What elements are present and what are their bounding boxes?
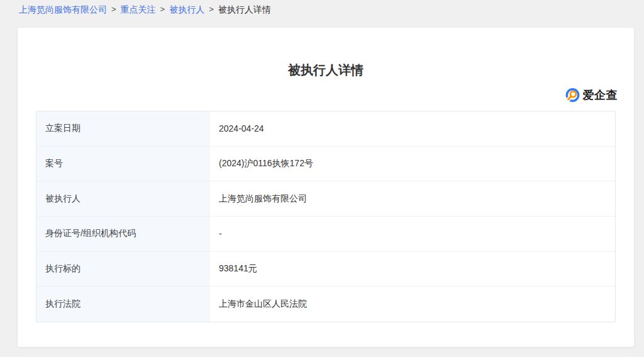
aiqicha-logo-text: 爱企查 <box>583 88 618 103</box>
table-row-execution-target: 执行标的 938141元 <box>36 252 615 287</box>
executee-detail-table: 立案日期 2024-04-24 案号 (2024)沪0116执恢172号 被执行… <box>36 111 616 322</box>
row-label: 执行法院 <box>36 286 209 322</box>
row-label: 执行标的 <box>36 252 209 286</box>
row-value: - <box>209 217 615 251</box>
row-label: 身份证号/组织机构代码 <box>36 217 209 251</box>
row-label: 被执行人 <box>36 181 209 216</box>
row-value: 上海市金山区人民法院 <box>209 286 615 322</box>
row-value: 2024-04-24 <box>209 111 615 146</box>
executee-detail-card: 被执行人详情 爱企查 立案日期 2024-04-24 案号 (2024)沪011… <box>18 28 634 347</box>
breadcrumb-company-link[interactable]: 上海笕尚服饰有限公司 <box>19 4 107 15</box>
table-row-executee-name: 被执行人 上海笕尚服饰有限公司 <box>36 181 615 217</box>
breadcrumb-key-focus-link[interactable]: 重点关注 <box>121 4 156 15</box>
breadcrumb-separator: > <box>209 4 214 15</box>
breadcrumb: 上海笕尚服饰有限公司 > 重点关注 > 被执行人 > 被执行人详情 <box>19 4 271 15</box>
breadcrumb-separator: > <box>160 4 165 15</box>
row-value: 938141元 <box>209 252 615 286</box>
table-row-id-org-code: 身份证号/组织机构代码 - <box>36 217 615 252</box>
table-row-filing-date: 立案日期 2024-04-24 <box>36 111 615 147</box>
row-label: 案号 <box>36 147 209 181</box>
aiqicha-logo: 爱企查 <box>565 88 618 103</box>
breadcrumb-current-page: 被执行人详情 <box>218 4 271 15</box>
row-label: 立案日期 <box>36 111 209 146</box>
page-title: 被执行人详情 <box>18 62 634 78</box>
table-row-case-number: 案号 (2024)沪0116执恢172号 <box>36 147 615 182</box>
aiqicha-magnifier-icon <box>565 88 580 103</box>
logo-row: 爱企查 <box>18 87 618 103</box>
row-value: 上海笕尚服饰有限公司 <box>209 181 615 216</box>
breadcrumb-executee-link[interactable]: 被执行人 <box>169 4 204 15</box>
row-value: (2024)沪0116执恢172号 <box>209 147 615 181</box>
breadcrumb-bar: 上海笕尚服饰有限公司 > 重点关注 > 被执行人 > 被执行人详情 <box>0 0 644 28</box>
breadcrumb-separator: > <box>111 4 116 15</box>
table-row-execution-court: 执行法院 上海市金山区人民法院 <box>36 286 615 322</box>
